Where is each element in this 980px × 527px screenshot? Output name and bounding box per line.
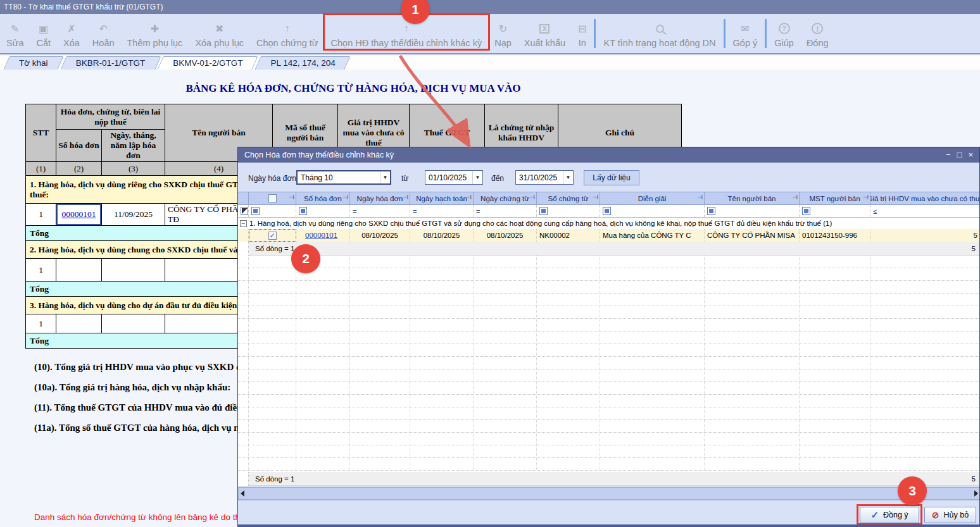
refresh-icon: ↻ — [499, 20, 507, 37]
mail-icon: ✉ — [741, 20, 749, 37]
scroll-right-icon[interactable] — [974, 490, 978, 497]
pin-icon[interactable]: ⊣ — [529, 194, 535, 201]
grid-empty-row[interactable] — [238, 382, 980, 395]
collapse-icon[interactable]: − — [240, 220, 247, 227]
grid-col-doc-date[interactable]: Ngày chứng từ⊣ — [474, 192, 537, 204]
grid-empty-row[interactable] — [238, 458, 980, 471]
grid-col-description[interactable]: Diễn giải⊣ — [600, 192, 705, 204]
save-icon: ▣ — [39, 20, 48, 37]
print-icon: ⊟ — [578, 20, 586, 37]
chevron-down-icon[interactable]: ▼ — [380, 171, 390, 183]
pin-icon[interactable]: ⊣ — [863, 194, 869, 201]
period-select[interactable]: Tháng 10 ▼ — [296, 170, 391, 185]
grid-empty-row[interactable] — [238, 369, 980, 382]
grid-empty-row[interactable] — [238, 407, 980, 420]
delete-icon: ✗ — [67, 20, 75, 37]
ok-button[interactable]: ✓ Đồng ý — [860, 507, 919, 523]
filter-icon[interactable] — [707, 207, 715, 215]
check-icon: ✓ — [870, 509, 879, 521]
close-icon[interactable]: × — [968, 147, 973, 163]
filter-icon[interactable] — [251, 207, 260, 215]
pin-icon[interactable]: ⊣ — [792, 194, 798, 201]
filter-mode-icon[interactable] — [241, 207, 248, 215]
tab-1[interactable]: BKBR-01-1/GTGT — [63, 56, 158, 70]
pin-icon[interactable]: ⊣ — [289, 194, 294, 201]
filter-icon[interactable] — [603, 207, 611, 215]
equals-operator[interactable]: = — [413, 208, 417, 215]
invoice-number-cell[interactable]: 00000101 — [56, 204, 102, 226]
pin-icon[interactable]: ⊣ — [466, 194, 472, 201]
grid-empty-row[interactable] — [238, 357, 980, 369]
load-data-button[interactable]: Lấy dữ liệu — [584, 170, 639, 185]
equals-operator[interactable]: = — [476, 208, 480, 215]
toolbar-button-11[interactable]: KT tình trạng hoạt động DN — [597, 14, 722, 53]
tab-2[interactable]: BKMV-01-2/GTGT — [160, 56, 255, 70]
toolbar-button-6[interactable]: ↑Chọn chứng từ — [250, 14, 325, 53]
grid-col-checkbox[interactable]: ⊣ — [249, 192, 296, 204]
tab-0[interactable]: Tờ khai — [6, 56, 61, 70]
footnote-10a: (10a). Tổng giá trị hàng hóa, dịch vụ nh… — [34, 382, 230, 393]
pin-icon[interactable]: ⊣ — [593, 194, 598, 201]
grid-empty-row[interactable] — [238, 256, 980, 268]
grid-data-row[interactable]: ✓ 00000101 08/10/2025 08/10/2025 08/10/2… — [238, 229, 980, 242]
chevron-down-icon[interactable]: ▼ — [563, 171, 573, 184]
toolbar-button-12[interactable]: ✉Góp ý — [727, 14, 764, 53]
to-date-select[interactable]: 31/10/2025 ▼ — [515, 170, 574, 185]
equals-operator[interactable]: = — [353, 208, 356, 215]
toolbar-button-8[interactable]: ↻Nạp — [488, 14, 518, 53]
row-checkbox-cell[interactable]: ✓ — [249, 229, 296, 242]
filter-icon[interactable] — [299, 207, 307, 215]
cancel-button[interactable]: ⊘ Hủy bỏ — [924, 507, 976, 523]
toolbar-button-2[interactable]: ✗Xóa — [57, 14, 86, 53]
grid-empty-row[interactable] — [238, 344, 980, 357]
grid-empty-rows — [238, 256, 980, 471]
grid-col-invoice-no[interactable]: Số hóa đơn⊣ — [296, 192, 350, 204]
grid-empty-row[interactable] — [238, 319, 980, 332]
filter-icon[interactable] — [802, 207, 810, 215]
invoice-number-link[interactable]: 00000101 — [305, 232, 337, 239]
filter-icon[interactable] — [539, 207, 548, 215]
toolbar-button-14[interactable]: |Đóng — [800, 14, 835, 53]
toolbar-button-1[interactable]: ▣Cắt — [30, 14, 57, 53]
grid-empty-row[interactable] — [238, 306, 980, 319]
toolbar-button-13[interactable]: ?Giúp — [768, 14, 800, 53]
invoice-grid: ⊣ Số hóa đơn⊣ Ngày hóa đơn⊣ Ngày hạch to… — [238, 192, 980, 472]
tab-3[interactable]: PL 142, 174, 204 — [258, 56, 348, 70]
grid-col-invoice-date[interactable]: Ngày hóa đơn⊣ — [350, 192, 410, 204]
toolbar-button-9[interactable]: XXuất khẩu — [518, 14, 572, 53]
upload-icon: ↑ — [404, 20, 409, 37]
grid-empty-row[interactable] — [238, 395, 980, 407]
invoice-date-cell[interactable]: 11/09/2025 — [102, 204, 165, 226]
minimize-icon[interactable]: − — [946, 147, 951, 163]
select-all-checkbox[interactable] — [268, 194, 277, 202]
invoice-link[interactable]: 00000101 — [62, 209, 96, 219]
grid-empty-row[interactable] — [238, 332, 980, 344]
grid-col-seller-name[interactable]: Tên người bán⊣ — [705, 192, 800, 204]
from-date-select[interactable]: 01/10/2025 ▼ — [425, 170, 483, 185]
grid-col-posting-date[interactable]: Ngày hạch toán⊣ — [410, 192, 474, 204]
grid-empty-row[interactable] — [238, 433, 980, 445]
pin-icon[interactable]: ⊣ — [403, 194, 408, 201]
pin-icon[interactable]: ⊣ — [697, 194, 703, 201]
maximize-icon[interactable]: □ — [957, 147, 962, 163]
grid-empty-row[interactable] — [238, 294, 980, 306]
grid-col-value[interactable]: Giá trị HHDV mua vào chưa có thuế — [870, 192, 980, 204]
grid-empty-row[interactable] — [238, 445, 980, 458]
toolbar-button-5[interactable]: ✖Xóa phụ lục — [189, 14, 250, 53]
toolbar-button-4[interactable]: ✚Thêm phụ lục — [121, 14, 189, 53]
toolbar-button-10[interactable]: ⊟In — [572, 14, 593, 53]
grid-col-seller-tax[interactable]: MST người bán⊣ — [800, 192, 870, 204]
row-checkbox[interactable]: ✓ — [268, 232, 277, 240]
toolbar-button-0[interactable]: ✎Sửa — [0, 14, 30, 53]
chevron-down-icon[interactable]: ▼ — [472, 171, 482, 184]
grid-empty-row[interactable] — [238, 268, 980, 281]
toolbar-button-label: Thêm phụ lục — [127, 38, 183, 48]
toolbar-button-3[interactable]: ↶Hoãn — [86, 14, 121, 53]
grid-empty-row[interactable] — [238, 420, 980, 433]
scroll-left-icon[interactable] — [241, 490, 244, 497]
pin-icon[interactable]: ⊣ — [342, 194, 348, 201]
grid-col-doc-no[interactable]: Số chứng từ⊣ — [537, 192, 600, 204]
less-equal-operator[interactable]: ≤ — [873, 208, 877, 215]
grid-empty-row[interactable] — [238, 281, 980, 294]
horizontal-scrollbar[interactable] — [238, 487, 980, 500]
